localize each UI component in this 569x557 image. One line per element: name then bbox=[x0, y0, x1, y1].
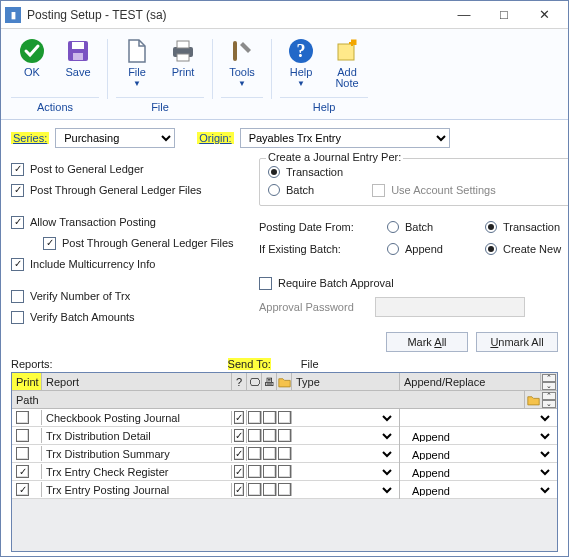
svg-rect-3 bbox=[73, 53, 83, 60]
form-body: Series: Purchasing Origin: Payables Trx … bbox=[1, 120, 568, 556]
add-note-button[interactable]: Add Note bbox=[326, 33, 368, 93]
row-file-checkbox[interactable] bbox=[278, 429, 291, 442]
existing-createnew-radio[interactable] bbox=[485, 243, 497, 255]
maximize-button[interactable]: □ bbox=[484, 4, 524, 26]
tools-icon bbox=[228, 37, 256, 65]
post-thru-gl2-checkbox[interactable] bbox=[43, 237, 56, 250]
row-type-select[interactable] bbox=[296, 482, 395, 498]
row-file-checkbox[interactable] bbox=[278, 483, 291, 496]
row-file-checkbox[interactable] bbox=[278, 411, 291, 424]
table-row: Checkbook Posting Journal bbox=[12, 409, 557, 427]
existing-append-radio[interactable] bbox=[387, 243, 399, 255]
row-ar-select[interactable]: Append bbox=[404, 482, 553, 498]
add-note-label: Add Note bbox=[335, 67, 358, 89]
row-type-select[interactable] bbox=[296, 428, 395, 444]
row-print-dest-checkbox[interactable] bbox=[263, 483, 276, 496]
allow-tx-checkbox[interactable] bbox=[11, 216, 24, 229]
row-print-dest-checkbox[interactable] bbox=[263, 447, 276, 460]
file-button[interactable]: File ▼ bbox=[116, 33, 158, 93]
hdr-printer-icon[interactable]: 🖶 bbox=[262, 373, 277, 390]
hdr-question[interactable]: ? bbox=[232, 373, 247, 390]
hdr-type[interactable]: Type bbox=[292, 373, 400, 390]
row-print-checkbox[interactable] bbox=[16, 447, 29, 460]
hdr-path-expand[interactable]: ⌃⌄ bbox=[541, 391, 557, 408]
unmark-all-button[interactable]: Unmark All bbox=[476, 332, 558, 352]
row-print-checkbox[interactable] bbox=[16, 465, 29, 478]
svg-text:?: ? bbox=[297, 41, 306, 61]
tools-button[interactable]: Tools ▼ bbox=[221, 33, 263, 93]
row-screen-checkbox[interactable] bbox=[248, 465, 261, 478]
hdr-path[interactable]: Path bbox=[12, 391, 525, 408]
hdr-print[interactable]: Print bbox=[12, 373, 42, 390]
date-transaction-radio[interactable] bbox=[485, 221, 497, 233]
row-file-checkbox[interactable] bbox=[278, 465, 291, 478]
origin-select[interactable]: Payables Trx Entry bbox=[240, 128, 450, 148]
post-thru-gl-checkbox[interactable] bbox=[11, 184, 24, 197]
post-gl-label: Post to General Ledger bbox=[30, 163, 144, 175]
req-batch-checkbox[interactable] bbox=[259, 277, 272, 290]
close-button[interactable]: ✕ bbox=[524, 4, 564, 26]
date-batch-radio[interactable] bbox=[387, 221, 399, 233]
row-q-checkbox[interactable] bbox=[234, 429, 244, 442]
row-ar-select[interactable] bbox=[404, 410, 553, 426]
help-icon: ? bbox=[287, 37, 315, 65]
grid-body: Checkbook Posting JournalTrx Distributio… bbox=[12, 409, 557, 499]
row-q-checkbox[interactable] bbox=[234, 447, 244, 460]
ribbon-group-help: ? Help ▼ Add Note Help bbox=[274, 33, 374, 119]
row-q-checkbox[interactable] bbox=[234, 465, 244, 478]
expand-up-icon[interactable]: ⌃ bbox=[542, 374, 556, 382]
window-frame: ▮ Posting Setup - TEST (sa) — □ ✕ OK bbox=[0, 0, 569, 557]
row-ar-select[interactable]: Append bbox=[404, 464, 553, 480]
row-screen-checkbox[interactable] bbox=[248, 447, 261, 460]
journal-batch-radio[interactable] bbox=[268, 184, 280, 196]
row-ar-select[interactable]: Append bbox=[404, 428, 553, 444]
series-select[interactable]: Purchasing bbox=[55, 128, 175, 148]
verify-amt-checkbox[interactable] bbox=[11, 311, 24, 324]
row-report-name: Trx Entry Check Register bbox=[42, 465, 232, 479]
inc-mc-checkbox[interactable] bbox=[11, 258, 24, 271]
hdr-screen-icon[interactable]: 🖵 bbox=[247, 373, 262, 390]
minimize-button[interactable]: — bbox=[444, 4, 484, 26]
row-print-dest-checkbox[interactable] bbox=[263, 411, 276, 424]
hdr-expand[interactable]: ⌃⌄ bbox=[541, 373, 557, 390]
row-screen-checkbox[interactable] bbox=[248, 429, 261, 442]
post-gl-checkbox[interactable] bbox=[11, 163, 24, 176]
row-print-checkbox[interactable] bbox=[16, 483, 29, 496]
journal-transaction-radio[interactable] bbox=[268, 166, 280, 178]
row-print-checkbox[interactable] bbox=[16, 429, 29, 442]
req-batch-label: Require Batch Approval bbox=[278, 277, 394, 289]
hdr-folder-icon[interactable] bbox=[277, 373, 292, 390]
row-report-name: Trx Distribution Detail bbox=[42, 429, 232, 443]
save-button[interactable]: Save bbox=[57, 33, 99, 93]
row-print-dest-checkbox[interactable] bbox=[263, 429, 276, 442]
row-print-checkbox[interactable] bbox=[16, 411, 29, 424]
row-q-checkbox[interactable] bbox=[234, 411, 244, 424]
add-note-icon bbox=[333, 37, 361, 65]
hdr-append-replace[interactable]: Append/Replace bbox=[400, 373, 541, 390]
hdr-path-folder[interactable] bbox=[525, 391, 541, 408]
row-q-checkbox[interactable] bbox=[234, 483, 244, 496]
help-button[interactable]: ? Help ▼ bbox=[280, 33, 322, 93]
mark-all-button[interactable]: Mark All bbox=[386, 332, 468, 352]
journal-entry-fieldset: Create a Journal Entry Per: Transaction … bbox=[259, 158, 568, 206]
row-screen-checkbox[interactable] bbox=[248, 483, 261, 496]
titlebar: ▮ Posting Setup - TEST (sa) — □ ✕ bbox=[1, 1, 568, 29]
row-type-select[interactable] bbox=[296, 464, 395, 480]
row-screen-checkbox[interactable] bbox=[248, 411, 261, 424]
ribbon-group-label-file: File bbox=[116, 97, 204, 115]
row-print-dest-checkbox[interactable] bbox=[263, 465, 276, 478]
row-type-select[interactable] bbox=[296, 410, 395, 426]
origin-label: Origin: bbox=[197, 132, 233, 144]
hdr-report[interactable]: Report bbox=[42, 373, 232, 390]
expand-down-icon[interactable]: ⌄ bbox=[542, 382, 556, 390]
print-button[interactable]: Print bbox=[162, 33, 204, 93]
posting-options-grid: Posting Date From: Batch Transaction If … bbox=[259, 218, 568, 258]
verify-num-checkbox[interactable] bbox=[11, 290, 24, 303]
row-ar-select[interactable]: Append bbox=[404, 446, 553, 462]
ok-button[interactable]: OK bbox=[11, 33, 53, 93]
reports-grid: Print Report ? 🖵 🖶 Type Append/Replace ⌃… bbox=[11, 372, 558, 552]
row-type-select[interactable] bbox=[296, 446, 395, 462]
ribbon-group-label-help: Help bbox=[280, 97, 368, 115]
row-file-checkbox[interactable] bbox=[278, 447, 291, 460]
table-row: Trx Entry Posting JournalAppend bbox=[12, 481, 557, 499]
